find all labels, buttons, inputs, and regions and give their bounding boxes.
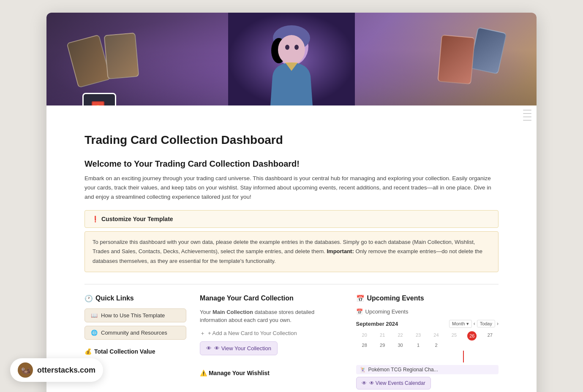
welcome-heading: Welcome to Your Trading Card Collection … (84, 159, 499, 169)
browser-frame: ★★★ Trading Card Collection Dashboard We… (46, 13, 537, 392)
how-to-label: How to Use This Template (101, 312, 165, 319)
svg-point-3 (271, 38, 286, 63)
page-icon: ★★★ (82, 93, 116, 105)
calendar-header: September 2024 Month ▾ ‹ Today › (356, 320, 499, 328)
collection-title: Manage Your Card Collection (200, 295, 342, 302)
svg-point-2 (273, 25, 310, 51)
total-value-section: 💰 Total Collection Value (84, 348, 186, 355)
otter-emoji: 🦦 (20, 365, 31, 375)
hero-card-right-2 (437, 35, 475, 85)
three-col-layout: 🕐 Quick Links 📖 How to Use This Template… (84, 295, 499, 389)
scrollbar-area[interactable] (523, 110, 531, 121)
quick-links-label: Quick Links (95, 295, 134, 302)
cal-day-today: 26 (467, 331, 477, 341)
scrollbar-line (523, 116, 531, 117)
cal-day: 29 (374, 341, 391, 349)
svg-point-6 (294, 45, 299, 50)
cal-day: 1 (410, 341, 427, 349)
cal-day: 28 (356, 341, 373, 349)
total-value-label: Total Collection Value (94, 348, 155, 355)
view-icon: 👁 (206, 345, 212, 351)
svg-point-1 (275, 27, 308, 65)
upcoming-events-link[interactable]: 📅 Upcoming Events (356, 308, 499, 315)
how-to-icon: 📖 (91, 312, 98, 319)
community-label: Community and Resources (101, 330, 167, 336)
cal-day: 30 (392, 341, 409, 349)
quick-links-icon: 🕐 (84, 295, 93, 303)
events-title: 📅 Upcoming Events (356, 295, 499, 303)
view-events-icon: 👁 (362, 380, 367, 386)
add-icon: ＋ (200, 330, 205, 337)
calendar-month-btn[interactable]: Month ▾ (449, 320, 472, 328)
wishlist-icon: ⚠️ (200, 370, 207, 376)
calendar-nav-next: › (497, 321, 499, 327)
view-events-label: 👁 View Events Calendar (369, 380, 425, 386)
cal-day: 27 (482, 331, 499, 341)
scrollbar-line (523, 110, 531, 111)
wishlist-section: ⚠️ Manage Your Wishlist (200, 370, 342, 376)
event-icon: 🃏 (360, 367, 366, 373)
calendar-controls: Month ▾ ‹ Today › (449, 320, 499, 328)
wishlist-title: ⚠️ Manage Your Wishlist (200, 370, 342, 376)
svg-point-5 (285, 45, 289, 50)
add-card-link[interactable]: ＋ + Add a New Card to Your Collection (200, 330, 342, 337)
event-label: Pokémon TCG Regional Cha... (368, 367, 438, 373)
how-to-use-button[interactable]: 📖 How to Use This Template (84, 308, 186, 322)
events-label: Upcoming Events (367, 295, 424, 302)
cal-day: 21 (374, 331, 391, 341)
cal-day: 20 (356, 331, 373, 341)
section-divider (84, 284, 499, 284)
view-collection-button[interactable]: 👁 👁 View Your Collection (200, 341, 278, 355)
calendar-nav-prev: ‹ (474, 321, 475, 327)
view-events-button[interactable]: 👁 👁 View Events Calendar (356, 377, 431, 389)
view-label: 👁 View Your Collection (214, 345, 271, 351)
cal-day: 22 (392, 331, 409, 341)
scrollbar-line (523, 113, 531, 114)
callout-info: To personalize this dashboard with your … (84, 231, 499, 272)
intro-text: Embark on an exciting journey through yo… (84, 174, 499, 202)
page-title: Trading Card Collection Dashboard (84, 133, 499, 147)
event-item: 🃏 Pokémon TCG Regional Cha... (356, 365, 499, 374)
svg-rect-8 (93, 102, 104, 105)
hero-banner: ★★★ (46, 13, 537, 105)
cal-day: 24 (428, 331, 444, 341)
community-icon: 🌐 (91, 330, 98, 336)
today-label: Today (480, 321, 492, 326)
events-icon: 📅 (356, 295, 365, 303)
hero-card-left-2 (104, 32, 139, 79)
wishlist-label: Manage Your Wishlist (209, 370, 270, 376)
add-label: + Add a New Card to Your Collection (208, 330, 297, 336)
svg-point-4 (278, 35, 305, 65)
collection-label: Manage Your Card Collection (200, 295, 294, 302)
warning-icon: ❗ (92, 216, 99, 222)
scrollbar-line (523, 120, 531, 121)
callout-bold: Important: (327, 248, 354, 254)
warning-label: Customize Your Template (101, 216, 173, 222)
hero-character (228, 13, 355, 105)
main-content: Trading Card Collection Dashboard Welcom… (46, 105, 537, 392)
callout-warning: ❗ Customize Your Template (84, 210, 499, 228)
collection-col: Manage Your Card Collection Your Main Co… (200, 295, 342, 389)
otter-badge: 🦦 otterstacks.com (10, 358, 103, 382)
total-value-icon: 💰 (84, 348, 92, 355)
calendar-today-btn[interactable]: Today (477, 320, 495, 327)
upcoming-label: Upcoming Events (365, 308, 409, 315)
otter-logo: 🦦 (18, 362, 33, 378)
month-label: Month (452, 321, 465, 326)
events-col: 📅 Upcoming Events 📅 Upcoming Events Sept… (356, 295, 499, 389)
upcoming-icon: 📅 (356, 308, 363, 315)
cal-day: 2 (428, 341, 444, 349)
cal-day: 23 (410, 331, 427, 341)
calendar-month: September 2024 (356, 321, 398, 327)
community-button[interactable]: 🌐 Community and Resources (84, 326, 186, 340)
collection-desc: Your Main Collection database stores det… (200, 308, 342, 324)
collection-subtitle: Main Collection (212, 309, 253, 315)
calendar-grid: 20 21 22 23 24 25 26 27 28 29 30 1 2 (356, 331, 499, 349)
otter-brand: otterstacks.com (37, 366, 95, 375)
quick-links-title: 🕐 Quick Links (84, 295, 186, 303)
cal-day: 25 (446, 331, 463, 341)
